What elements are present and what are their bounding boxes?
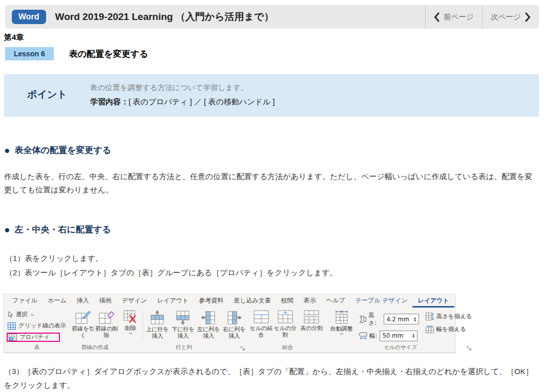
distribute-rows-icon [426, 313, 434, 320]
distribute-rows-button[interactable]: 高さを揃える [426, 313, 472, 320]
chevron-down-icon [340, 333, 344, 335]
ribbon-tab-help[interactable]: ヘルプ [321, 294, 350, 308]
ribbon-tab-design[interactable]: デザイン [117, 294, 152, 308]
distribute-columns-button[interactable]: 幅を揃える [426, 325, 472, 333]
ribbon-group-cell-size: 自動調整 高さ: 4.2 mm ▲▼ 幅: [328, 308, 473, 353]
row-height-field: 高さ: 4.2 mm ▲▼ [359, 312, 419, 327]
insert-below-label: 下に行を挿入 [170, 326, 196, 339]
insert-above-button[interactable]: 上に行を挿入 [144, 308, 170, 339]
step-3: （3）［表のプロパティ］ダイアログボックスが表示されるので、［表］タブの「配置」… [4, 364, 539, 392]
section1-heading-text: 表全体の配置を変更する [14, 144, 111, 156]
ribbon-tab-mailings[interactable]: 差し込み文書 [228, 294, 276, 308]
row-height-value: 4.2 mm [384, 316, 412, 323]
autofit-label: 自動調整 [330, 325, 353, 332]
merge-cells-label: セルの結合 [249, 325, 273, 338]
insert-right-button[interactable]: 右に列を挿入 [221, 308, 247, 339]
spinner-arrows-icon[interactable]: ▲▼ [412, 314, 419, 324]
draw-table-label: 罫線を引く [71, 325, 95, 339]
gridlines-icon [8, 322, 16, 330]
insert-left-label: 左に列を挿入 [196, 326, 221, 339]
inner-divider [142, 310, 143, 338]
ribbon-body: 選択 グリッド線の表示 プロパティ 表 罫線を引く [4, 308, 455, 353]
insert-left-button[interactable]: 左に列を挿入 [196, 308, 221, 339]
column-width-icon [359, 332, 367, 340]
page-title: Word 2019-2021 Learning （入門から活用まで） [55, 10, 274, 24]
prev-page-button[interactable]: 前ページ [425, 5, 482, 29]
eraser-button[interactable]: 罫線の削除 [95, 308, 118, 339]
word-badge: Word [12, 10, 46, 24]
table-properties-icon [9, 334, 17, 341]
group-label-cell-size: セルのサイズ [328, 343, 473, 353]
point-label: ポイント [4, 88, 90, 107]
ribbon-tab-references[interactable]: 参考資料 [194, 294, 228, 308]
step-1: （1）表をクリックします。 [5, 251, 544, 266]
bullet-icon: ● [4, 225, 10, 234]
insert-row-below-icon [175, 310, 191, 325]
prev-page-label: 前ページ [444, 12, 474, 22]
distribute-columns-icon [426, 325, 434, 333]
split-table-icon [304, 310, 319, 324]
merge-cells-button[interactable]: セルの結合 [249, 308, 273, 338]
row-height-icon [359, 315, 366, 323]
spinner-arrows-icon[interactable]: ▲▼ [410, 331, 417, 341]
ribbon-tab-bar: ファイル ホーム 挿入 描画 デザイン レイアウト 参考資料 差し込み文書 校閲… [4, 294, 455, 308]
draw-table-icon [75, 310, 91, 324]
group-label-merge: 結合 [249, 343, 326, 353]
delete-button[interactable]: 削除 [120, 308, 141, 335]
ribbon-tab-home[interactable]: ホーム [43, 294, 72, 308]
section1-heading: ● 表全体の配置を変更する [4, 144, 544, 156]
insert-above-label: 上に行を挿入 [144, 326, 170, 339]
ribbon-tab-table-design[interactable]: テーブル デザイン [350, 294, 413, 308]
bullet-icon: ● [4, 145, 10, 155]
row-height-input[interactable]: 4.2 mm ▲▼ [384, 314, 419, 324]
delete-table-icon [123, 310, 138, 324]
point-line2: 学習内容：[ 表のプロパティ ] ／ [ 表の移動ハンドル ] [90, 97, 275, 107]
column-width-field: 幅: 50 mm ▲▼ [359, 331, 419, 341]
chevron-right-icon [525, 12, 531, 22]
dialog-launcher-icon[interactable] [240, 346, 245, 351]
group-label-rows-columns: 行と列 [120, 343, 247, 353]
point-callout: ポイント 表の位置を調整する方法について学習します。 学習内容：[ 表のプロパテ… [4, 74, 539, 117]
point-content: 表の位置を調整する方法について学習します。 学習内容：[ 表のプロパティ ] ／… [90, 83, 275, 107]
insert-below-button[interactable]: 下に行を挿入 [170, 308, 196, 339]
column-width-value: 50 mm [380, 332, 410, 339]
autofit-icon [334, 310, 349, 324]
ribbon-tab-table-layout-active[interactable]: レイアウト [412, 294, 454, 308]
point-content-text: [ 表のプロパティ ] ／ [ 表の移動ハンドル ] [129, 97, 275, 106]
row-height-label: 高さ: [368, 312, 381, 327]
chevron-left-icon [434, 12, 440, 22]
ribbon-group-draw-borders: 罫線を引く 罫線の削除 罫線の作成 [71, 308, 118, 353]
ribbon-tab-insert[interactable]: 挿入 [72, 294, 94, 308]
cursor-icon [8, 311, 13, 318]
select-button[interactable]: 選択 [8, 310, 66, 319]
eraser-label: 罫線の削除 [95, 325, 118, 339]
autofit-button[interactable]: 自動調整 [328, 308, 355, 335]
ribbon-tab-layout[interactable]: レイアウト [152, 294, 194, 308]
insert-column-right-icon [226, 310, 242, 325]
next-page-label: 次ページ [491, 12, 521, 22]
ribbon-tab-file[interactable]: ファイル [7, 294, 43, 308]
draw-table-button[interactable]: 罫線を引く [71, 308, 95, 339]
ribbon-tab-draw[interactable]: 描画 [94, 294, 117, 308]
split-cells-icon [278, 310, 293, 324]
split-table-label: 表の分割 [300, 325, 323, 332]
split-cells-button[interactable]: セルの分割 [273, 308, 297, 338]
ribbon-tab-view[interactable]: 表示 [299, 294, 321, 308]
eraser-icon [99, 310, 114, 324]
page-header: Word Word 2019-2021 Learning （入門から活用まで） … [5, 5, 539, 29]
dialog-launcher-icon[interactable] [467, 346, 472, 351]
distribute-columns-label: 幅を揃える [436, 325, 466, 333]
view-gridlines-button[interactable]: グリッド線の表示 [8, 321, 66, 331]
split-table-button[interactable]: 表の分割 [297, 308, 326, 332]
ribbon-tab-review[interactable]: 校閲 [276, 294, 299, 308]
section2-heading: ● 左・中央・右に配置する [4, 224, 544, 235]
table-properties-button[interactable]: プロパティ [7, 333, 60, 342]
section1-body: 作成した表を、行の左、中央、右に配置する方法と、任意の位置に配置する方法がありま… [4, 170, 539, 196]
chevron-down-icon [30, 314, 34, 316]
insert-right-label: 右に列を挿入 [221, 326, 247, 339]
ribbon-group-rows-columns: 削除 上に行を挿入 下に行を挿入 左に列を挿入 [120, 308, 247, 353]
split-cells-label: セルの分割 [273, 325, 297, 338]
word-ribbon-screenshot: ファイル ホーム 挿入 描画 デザイン レイアウト 参考資料 差し込み文書 校閲… [4, 294, 456, 353]
next-page-button[interactable]: 次ページ [482, 5, 539, 29]
column-width-input[interactable]: 50 mm ▲▼ [380, 331, 417, 341]
